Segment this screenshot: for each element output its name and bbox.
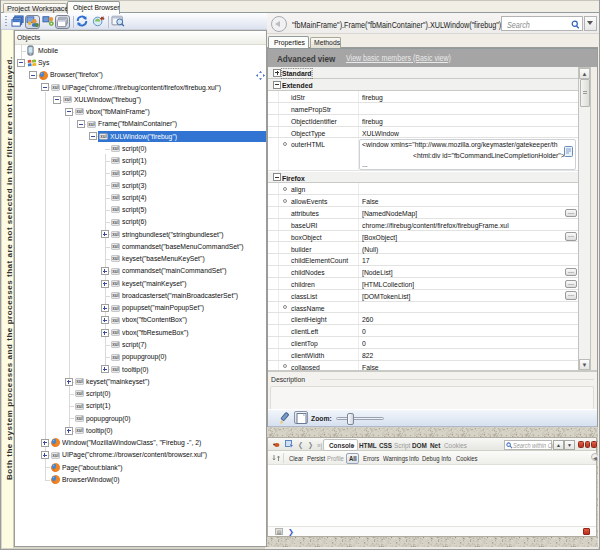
svg-text:xul: xul [112, 355, 119, 360]
svg-text:xul: xul [112, 367, 119, 372]
svg-text:xul: xul [112, 171, 119, 176]
svg-text:xul: xul [76, 428, 83, 433]
svg-text:xul: xul [112, 293, 119, 298]
svg-text:xul: xul [112, 318, 119, 323]
svg-text:xul: xul [112, 195, 119, 200]
svg-text:xul: xul [112, 343, 119, 348]
svg-text:xul: xul [112, 183, 119, 188]
svg-text:xul: xul [76, 404, 83, 409]
svg-text:xul: xul [112, 232, 119, 237]
svg-text:xul: xul [112, 306, 119, 311]
svg-text:xul: xul [76, 379, 83, 384]
svg-text:xul: xul [88, 122, 95, 127]
svg-text:xul: xul [112, 208, 119, 213]
svg-text:xul: xul [112, 269, 119, 274]
svg-text:xul: xul [112, 159, 119, 164]
svg-text:xul: xul [112, 281, 119, 286]
svg-text:xul: xul [100, 134, 107, 139]
svg-text:xul: xul [112, 244, 119, 249]
svg-text:xul: xul [64, 97, 71, 102]
svg-text:xul: xul [52, 85, 59, 90]
svg-text:xul: xul [112, 257, 119, 262]
svg-text:xul: xul [112, 220, 119, 225]
svg-text:xul: xul [112, 146, 119, 151]
svg-text:xul: xul [76, 110, 83, 115]
svg-text:xul: xul [76, 392, 83, 397]
svg-text:xul: xul [52, 453, 59, 458]
svg-text:xul: xul [112, 330, 119, 335]
svg-text:xul: xul [76, 416, 83, 421]
